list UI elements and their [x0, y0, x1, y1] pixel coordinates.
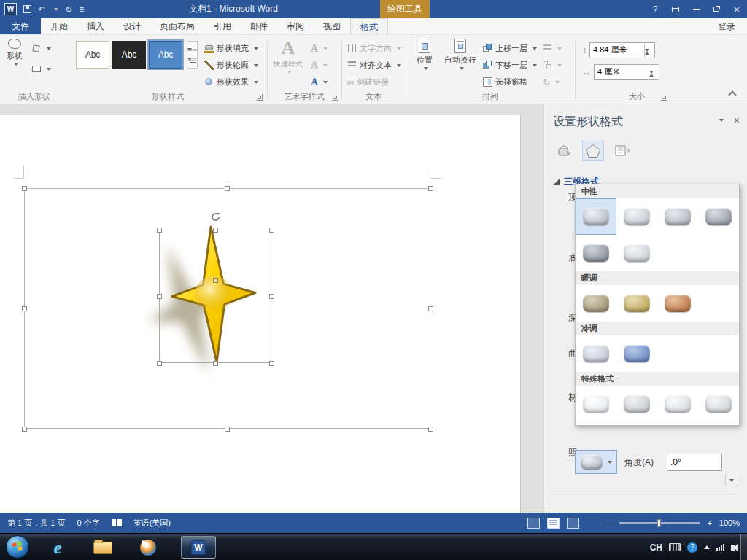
bevel-option[interactable]	[576, 285, 616, 322]
text-direction-button[interactable]: 文字方向	[347, 41, 401, 56]
page-indicator[interactable]: 第 1 页，共 1 页	[7, 518, 65, 529]
redo-icon[interactable]: ↻	[65, 5, 72, 14]
align-text-button[interactable]: 对齐文本	[347, 58, 401, 73]
bevel-option[interactable]	[657, 285, 698, 322]
network-tray-icon[interactable]	[716, 544, 724, 551]
bevel-option[interactable]	[576, 235, 616, 271]
bevel-option[interactable]	[616, 235, 657, 271]
bevel-option[interactable]	[698, 198, 739, 235]
selection-pane-button[interactable]: 选择窗格	[483, 74, 527, 90]
show-hidden-icons-button[interactable]	[704, 545, 710, 549]
style-gallery-more-button[interactable]	[187, 60, 198, 69]
bevel-combo-button[interactable]	[575, 450, 617, 474]
zoom-slider-thumb[interactable]	[657, 519, 661, 527]
edit-shape-button[interactable]	[32, 41, 51, 56]
text-fill-button[interactable]: A	[311, 41, 328, 56]
shape-height-field[interactable]	[589, 42, 655, 58]
pane-tab-effects[interactable]	[582, 141, 604, 161]
word-app-icon[interactable]: W	[4, 3, 17, 15]
help-tray-icon[interactable]: ?	[687, 542, 697, 553]
ribbon-display-options-button[interactable]	[665, 0, 686, 18]
text-effects-button[interactable]: A	[311, 74, 328, 90]
shape-style-preset-1[interactable]: Abc	[76, 41, 109, 69]
language-indicator[interactable]: 英语(美国)	[133, 518, 171, 529]
restore-button[interactable]	[706, 0, 727, 18]
tab-设计[interactable]: 设计	[114, 18, 150, 34]
taskbar-media-player-button[interactable]	[136, 537, 160, 559]
shape-fill-button[interactable]: 形状填充	[204, 41, 258, 56]
text-outline-button[interactable]: A	[311, 58, 328, 73]
pane-tab-fill-line[interactable]	[553, 141, 575, 161]
bevel-option[interactable]	[698, 386, 739, 422]
quick-styles-button[interactable]: A 快速样式	[271, 39, 305, 91]
wrap-text-button[interactable]: 自动换行	[442, 39, 479, 91]
adjustment-handle[interactable]	[213, 278, 218, 283]
tab-页面布局[interactable]: 页面布局	[150, 18, 204, 34]
taskbar-word-button[interactable]: W	[181, 536, 216, 559]
bevel-option[interactable]	[616, 335, 657, 372]
bevel-option[interactable]	[616, 285, 657, 322]
tab-开始[interactable]: 开始	[41, 18, 77, 34]
canvas-handle-ne[interactable]	[428, 186, 433, 191]
shape-effects-button[interactable]: 形状效果	[204, 74, 258, 90]
shape-width-field[interactable]	[594, 64, 659, 80]
shape-handle-w[interactable]	[157, 294, 162, 299]
tab-审阅[interactable]: 审阅	[277, 18, 314, 34]
wordart-dialog-launcher[interactable]	[332, 94, 338, 101]
bevel-option[interactable]	[576, 335, 616, 372]
shape-handle-ne[interactable]	[269, 228, 274, 233]
print-layout-button[interactable]	[547, 518, 560, 529]
tab-插入[interactable]: 插入	[77, 18, 114, 34]
angle-input[interactable]	[667, 454, 721, 470]
send-backward-button[interactable]: 下移一层	[483, 58, 537, 73]
canvas-handle-sw[interactable]	[22, 427, 27, 432]
rotate-handle[interactable]	[210, 211, 221, 222]
bevel-option[interactable]	[616, 198, 657, 235]
help-button[interactable]: ?	[645, 0, 665, 18]
close-button[interactable]: ×	[727, 0, 747, 18]
show-desktop-button[interactable]	[740, 534, 747, 560]
create-link-button[interactable]: ∞ 创建链接	[347, 74, 389, 90]
shape-style-preset-2[interactable]: Abc	[112, 41, 146, 69]
word-count[interactable]: 0 个字	[77, 518, 99, 529]
zoom-out-button[interactable]: —	[604, 518, 612, 527]
shape-outline-button[interactable]: 形状轮廓	[204, 58, 258, 73]
taskbar-ie-button[interactable]: e	[45, 537, 70, 559]
shape-height-input[interactable]	[590, 43, 644, 58]
canvas-handle-w[interactable]	[22, 306, 27, 311]
customize-qat-icon[interactable]: ≡	[79, 5, 84, 14]
bevel-option[interactable]	[657, 386, 698, 422]
web-layout-button[interactable]	[567, 518, 579, 529]
align-objects-button[interactable]	[543, 41, 562, 56]
canvas-handle-s[interactable]	[225, 427, 230, 432]
zoom-slider[interactable]	[619, 522, 700, 524]
pane-options-dropdown-icon[interactable]	[719, 119, 724, 122]
save-button[interactable]	[23, 5, 31, 13]
language-tray-indicator[interactable]: CH	[650, 542, 662, 553]
canvas-handle-e[interactable]	[428, 306, 433, 311]
canvas-handle-n[interactable]	[225, 186, 230, 191]
tab-引用[interactable]: 引用	[204, 18, 241, 34]
taskbar-explorer-button[interactable]	[90, 537, 115, 559]
proofing-icon[interactable]	[112, 519, 122, 526]
tab-file[interactable]: 文件	[0, 18, 41, 34]
shapes-button[interactable]: 形状	[1, 39, 28, 91]
canvas-handle-nw[interactable]	[22, 186, 27, 191]
pane-close-button[interactable]: ×	[734, 114, 740, 126]
bring-forward-button[interactable]: 上移一层	[483, 41, 537, 56]
shape-width-input[interactable]	[595, 65, 649, 79]
sign-in-link[interactable]: 登录	[706, 18, 747, 34]
pane-tab-layout-properties[interactable]	[611, 141, 633, 161]
tab-视图[interactable]: 视图	[314, 18, 350, 34]
canvas-handle-se[interactable]	[428, 427, 433, 432]
shape-handle-e[interactable]	[269, 294, 274, 299]
shape-handle-nw[interactable]	[157, 228, 162, 233]
bevel-option[interactable]	[616, 386, 657, 422]
shape-handle-se[interactable]	[269, 361, 274, 366]
pane-scroll-down-button[interactable]	[725, 475, 738, 486]
volume-tray-icon[interactable]	[731, 545, 735, 551]
group-objects-button[interactable]	[543, 58, 562, 73]
shape-handle-n[interactable]	[213, 228, 218, 233]
minimize-button[interactable]	[686, 0, 706, 18]
undo-dropdown-icon[interactable]	[54, 8, 58, 11]
